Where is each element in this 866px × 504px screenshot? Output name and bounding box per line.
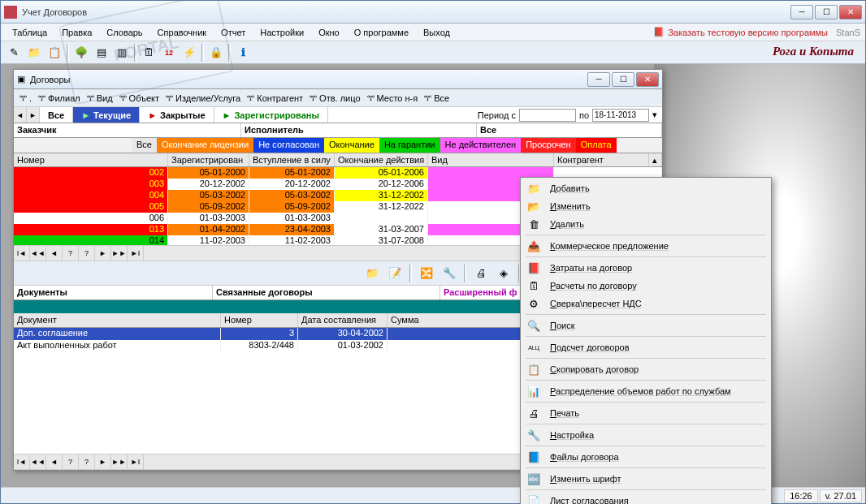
status-На гарантии[interactable]: На гарантии (379, 138, 440, 153)
menu-reference[interactable]: Справочник (151, 26, 214, 39)
nav-q1[interactable]: ? (63, 246, 79, 261)
filter-product[interactable]: 🝖Изделие/Услуга (163, 93, 243, 103)
menu-report[interactable]: Отчет (214, 26, 252, 39)
col-scroll-up[interactable]: ▴ (649, 153, 662, 166)
period-to-input[interactable] (592, 109, 649, 122)
period-from-input[interactable] (519, 109, 576, 122)
ctx-Скопировать договор[interactable]: 📋Скопировать договор (522, 360, 769, 378)
ctx-Подсчет договоров[interactable]: ALЦПодсчет договоров (522, 338, 769, 356)
scol-doc[interactable]: Документ (14, 313, 221, 327)
mt-folder-icon[interactable]: 📁 (362, 264, 382, 283)
ctx-Печать[interactable]: 🖨Печать (522, 404, 769, 422)
snav-next[interactable]: ► (95, 454, 111, 469)
tab-next[interactable]: ► (27, 107, 40, 123)
tb-list2-icon[interactable]: ▥ (112, 43, 132, 62)
status-Окончание лицензии[interactable]: Окончание лицензии (157, 138, 253, 153)
doc-maximize-button[interactable]: ☐ (612, 72, 634, 87)
filter-dot[interactable]: 🝖. (17, 93, 34, 103)
minimize-button[interactable]: ─ (790, 5, 813, 19)
snav-next-page[interactable]: ►► (111, 454, 128, 469)
snav-q2[interactable]: ? (79, 454, 95, 469)
status-Окончание[interactable]: Окончание (324, 138, 379, 153)
nav-next[interactable]: ► (95, 246, 111, 261)
context-menu[interactable]: 📁Добавить📂Изменить🗑Удалить📤Коммерческое … (520, 177, 772, 504)
status-Оплата[interactable]: Оплата (576, 138, 617, 153)
menu-dictionary[interactable]: Словарь (100, 26, 149, 39)
filter-location[interactable]: 🝖Место н-я (365, 93, 421, 103)
doc-close-button[interactable]: ✕ (636, 72, 659, 87)
tb-folder-icon[interactable]: 📁 (24, 43, 44, 62)
mt-eraser-icon[interactable]: ◈ (494, 264, 513, 283)
menu-edit[interactable]: Правка (55, 26, 98, 39)
mt-print-icon[interactable]: 🖨 (471, 264, 491, 283)
ctx-Поиск[interactable]: 🔍Поиск (522, 317, 769, 334)
col-type[interactable]: Вид (428, 153, 554, 166)
nav-prev[interactable]: ◄ (46, 246, 63, 261)
col-registered[interactable]: Зарегистрирован (168, 153, 249, 166)
ctx-Сверка\пересчет НДС[interactable]: ⚙Сверка\пересчет НДС (522, 295, 769, 312)
snav-prev[interactable]: ◄ (46, 454, 63, 469)
ctx-Распределение объемов работ по службам[interactable]: 📊Распределение объемов работ по службам (522, 382, 769, 400)
ctx-Изменить[interactable]: 📂Изменить (522, 197, 769, 215)
nav-first[interactable]: I◄ (14, 246, 30, 261)
tb-tree-icon[interactable]: 🌳 (71, 43, 91, 62)
filter-branch[interactable]: 🝖Филиал (36, 93, 83, 103)
nav-next-page[interactable]: ►► (111, 246, 128, 261)
ctx-Коммерческое предложение[interactable]: 📤Коммерческое предложение (522, 237, 769, 255)
menu-settings[interactable]: Настройки (253, 26, 310, 39)
col-start[interactable]: Вступление в силу (249, 153, 335, 166)
tb-flash-icon[interactable]: ⚡ (180, 43, 199, 62)
ctx-Затраты на договор[interactable]: 📕Затраты на договор (522, 259, 769, 277)
tb-report-icon[interactable]: 📋 (45, 43, 64, 62)
status-Не действителен[interactable]: Не действителен (440, 138, 522, 153)
doc-minimize-button[interactable]: ─ (587, 72, 610, 87)
tb-lock-icon[interactable]: 🔒 (206, 43, 226, 62)
ctx-Лист согласования[interactable]: 📄Лист согласования (522, 492, 769, 504)
nav-last[interactable]: ►I (128, 246, 144, 261)
filter-type[interactable]: 🝖Вид (84, 93, 115, 103)
tab-all[interactable]: Все (40, 107, 73, 123)
snav-prev-page[interactable]: ◄◄ (30, 454, 46, 469)
col-contractor[interactable]: Контрагент (554, 153, 649, 166)
tab-current[interactable]: ►Текущие (73, 107, 140, 123)
tb-info-icon[interactable]: ℹ (233, 43, 253, 62)
order-trial-link[interactable]: 📕 Заказать тестовую версию программы (653, 27, 828, 37)
menu-exit[interactable]: Выход (417, 26, 457, 39)
menu-about[interactable]: О программе (348, 26, 415, 39)
tb-calc-icon[interactable]: 🗓 (139, 43, 158, 62)
filter-all[interactable]: 🝖Все (422, 93, 452, 103)
tab-registered[interactable]: ►Зарегистрированы (214, 107, 328, 123)
tb-wand-icon[interactable]: ✎ (4, 43, 24, 62)
mt-tree-icon[interactable]: 🔀 (417, 264, 436, 283)
ctx-Изменить шрифт[interactable]: 🔤Изменить шрифт (522, 470, 769, 488)
mt-form-icon[interactable]: 📝 (385, 264, 405, 283)
tb-date-icon[interactable]: 12 (159, 43, 179, 62)
dropdown-icon[interactable]: ▾ (652, 110, 657, 120)
maximize-button[interactable]: ☐ (815, 5, 838, 19)
ctx-Удалить[interactable]: 🗑Удалить (522, 215, 769, 233)
subtab-docs[interactable]: Документы (14, 286, 213, 299)
mt-cfg-icon[interactable]: 🔧 (439, 264, 459, 283)
nav-q2[interactable]: ? (79, 246, 95, 261)
col-end[interactable]: Окончание действия (335, 153, 428, 166)
close-button[interactable]: ✕ (839, 5, 862, 19)
tab-prev[interactable]: ◄ (14, 107, 27, 123)
ctx-Файлы договора[interactable]: 📘Файлы договора (522, 448, 769, 466)
tab-closed[interactable]: ►Закрытые (140, 107, 214, 123)
ctx-Добавить[interactable]: 📁Добавить (522, 179, 769, 197)
filter-responsible[interactable]: 🝖Отв. лицо (307, 93, 362, 103)
snav-first[interactable]: I◄ (14, 454, 30, 469)
nav-prev-page[interactable]: ◄◄ (30, 246, 46, 261)
ctx-Настройка[interactable]: 🔧Настройка (522, 426, 769, 444)
snav-q1[interactable]: ? (63, 454, 79, 469)
menu-window[interactable]: Окно (312, 26, 346, 39)
status-Все[interactable]: Все (132, 138, 157, 153)
status-Просрочен[interactable]: Просрочен (521, 138, 576, 153)
tb-list-icon[interactable]: ▤ (92, 43, 111, 62)
status-Не согласован[interactable]: Не согласован (253, 138, 324, 153)
scol-date[interactable]: Дата составления (298, 313, 388, 327)
filter-contractor[interactable]: 🝖Контрагент (245, 93, 305, 103)
snav-last[interactable]: ►I (128, 454, 144, 469)
filter-object[interactable]: 🝖Объект (117, 93, 162, 103)
ctx-Расчеты по договору[interactable]: 🗓Расчеты по договору (522, 277, 769, 295)
